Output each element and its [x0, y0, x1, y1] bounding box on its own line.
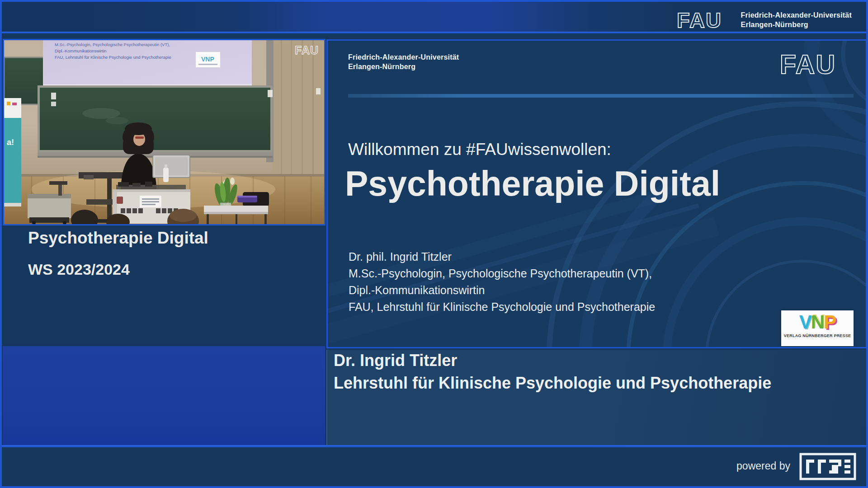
svg-text:Dipl.-Kommunikationswirtin: Dipl.-Kommunikationswirtin	[55, 48, 107, 53]
svg-text:M.Sc.-Psychologin, Psychologis: M.Sc.-Psychologin, Psychologische Psycho…	[55, 42, 170, 47]
fau-logo-icon: FAU	[676, 9, 734, 32]
university-name: Friedrich-Alexander-Universität Erlangen…	[741, 9, 852, 29]
vnp-letter-n: N	[811, 311, 824, 333]
fau-video-portal-page: FAU Friedrich-Alexander-Universität Erla…	[0, 0, 868, 488]
lecture-semester: WS 2023/2024	[28, 261, 130, 278]
vnp-letter-v: V	[799, 311, 811, 333]
accent-block	[3, 346, 325, 445]
rrze-logo[interactable]	[799, 453, 856, 480]
fau-header-logo[interactable]: FAU Friedrich-Alexander-Universität Erla…	[676, 9, 852, 32]
video-player-thumbnail[interactable]: M.Sc.-Psychologin, Psychologische Psycho…	[3, 39, 326, 225]
slide-intro-text: Willkommen zu #FAUwissenwollen:	[348, 140, 611, 159]
video-fau-watermark-icon: FAU	[295, 44, 319, 56]
footer-bar: powered by	[0, 447, 868, 488]
svg-text:a!: a!	[7, 138, 14, 147]
slide-divider-line	[348, 94, 854, 98]
lecture-title: Psychotherapie Digital	[28, 229, 208, 248]
current-slide[interactable]: Friedrich-Alexander-Universität Erlangen…	[326, 39, 867, 348]
chalkboard	[38, 85, 273, 158]
projection-screen: M.Sc.-Psychologin, Psychologische Psycho…	[43, 40, 252, 89]
slide-fau-logo-icon: FAU	[779, 49, 851, 80]
caption-panel: Dr. Ingrid Titzler Lehrstuhl für Klinisc…	[326, 350, 867, 445]
vnp-letter-p: P	[824, 311, 835, 333]
caption-chair-name: Lehrstuhl für Klinische Psychologie und …	[334, 373, 771, 393]
svg-text:FAU: FAU	[677, 9, 722, 32]
svg-text:FAU, Lehrstuhl für Klinische P: FAU, Lehrstuhl für Klinische Psychologie…	[55, 55, 171, 60]
vnp-logo: VNP VERLAG NÜRNBERGER PRESSE	[781, 310, 854, 346]
wall-pillar	[273, 40, 324, 177]
caption-speaker-name: Dr. Ingrid Titzler	[334, 351, 457, 371]
slide-university-name: Friedrich-Alexander-Universität Erlangen…	[348, 52, 459, 71]
powered-by-label: powered by	[736, 460, 790, 472]
lecture-hall-scene: M.Sc.-Psychologin, Psychologische Psycho…	[4, 40, 324, 224]
svg-text:FAU: FAU	[780, 50, 836, 80]
slide-speaker-block: Dr. phil. Ingrid Titzler M.Sc.-Psycholog…	[349, 249, 655, 315]
bottle	[163, 168, 169, 182]
slide-title: Psychotherapie Digital	[345, 165, 720, 202]
footer-divider	[0, 445, 868, 447]
header-divider	[0, 32, 868, 33]
svg-text:VNP: VNP	[201, 56, 214, 63]
vnp-subtitle: VERLAG NÜRNBERGER PRESSE	[781, 333, 854, 338]
rollup-banner: a!	[4, 98, 21, 206]
